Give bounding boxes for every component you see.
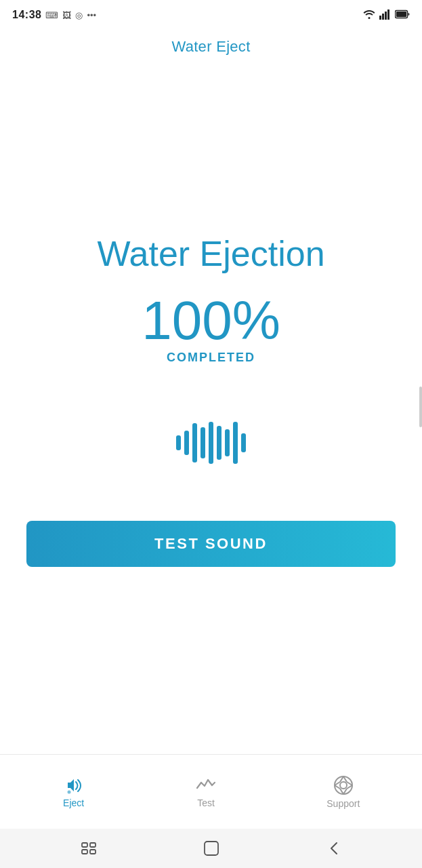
svg-rect-3 — [387, 9, 389, 20]
wave-bar-7 — [225, 429, 230, 456]
sound-wave-container — [176, 419, 246, 467]
sound-wave-icon — [176, 419, 246, 467]
test-label: Test — [197, 797, 215, 808]
svg-rect-0 — [379, 16, 381, 20]
wave-bar-1 — [176, 435, 181, 450]
completed-label: COMPLETED — [167, 351, 255, 365]
support-icon — [333, 775, 354, 795]
svg-rect-18 — [90, 843, 96, 847]
svg-rect-21 — [205, 842, 218, 855]
wave-bar-6 — [217, 426, 221, 460]
main-content: Water Ejection 100% COMPLETED TEST SOUND — [0, 61, 422, 754]
battery-icon — [395, 9, 410, 21]
water-ejection-label: Water Ejection — [97, 235, 324, 273]
wave-bar-9 — [241, 433, 246, 452]
app-title: Water Eject — [171, 38, 250, 56]
svg-rect-20 — [90, 850, 96, 854]
eject-icon — [62, 776, 85, 795]
wave-bar-3 — [192, 423, 197, 462]
more-icon: ••• — [87, 10, 96, 20]
status-left-group: 14:38 ⌨ 🖼 ◎ ••• — [12, 9, 96, 21]
wave-bar-4 — [201, 427, 205, 458]
wave-bar-2 — [184, 431, 189, 455]
svg-rect-2 — [385, 12, 387, 20]
eject-label: Eject — [63, 797, 84, 808]
scroll-indicator — [419, 387, 422, 427]
support-label: Support — [326, 798, 360, 809]
wave-bar-8 — [233, 422, 238, 464]
wifi-icon — [362, 9, 376, 22]
status-bar: 14:38 ⌨ 🖼 ◎ ••• — [0, 0, 422, 27]
svg-point-7 — [335, 776, 352, 794]
back-button[interactable] — [320, 838, 347, 859]
keyboard-icon: ⌨ — [45, 10, 58, 20]
svg-point-6 — [67, 790, 70, 793]
svg-rect-1 — [382, 14, 384, 20]
android-nav-bar — [0, 829, 422, 868]
svg-rect-19 — [82, 850, 87, 854]
percentage-display: 100% — [142, 294, 280, 348]
app-header: Water Eject — [0, 27, 422, 61]
nav-item-test[interactable]: Test — [175, 770, 236, 814]
home-button[interactable] — [198, 838, 225, 859]
status-time: 14:38 — [12, 9, 41, 21]
recents-button[interactable] — [75, 838, 102, 859]
timer-icon: ◎ — [75, 10, 83, 20]
test-icon — [196, 776, 216, 795]
signal-icon — [379, 9, 392, 22]
wave-bar-5 — [209, 422, 213, 464]
image-icon: 🖼 — [62, 10, 71, 20]
bottom-nav: Eject Test Support — [0, 754, 422, 829]
status-right-group — [362, 9, 410, 22]
svg-point-8 — [340, 782, 347, 789]
nav-item-support[interactable]: Support — [306, 770, 380, 814]
svg-rect-5 — [396, 12, 406, 17]
svg-rect-17 — [82, 843, 87, 847]
test-sound-button[interactable]: TEST SOUND — [26, 521, 396, 567]
nav-item-eject[interactable]: Eject — [42, 770, 106, 814]
